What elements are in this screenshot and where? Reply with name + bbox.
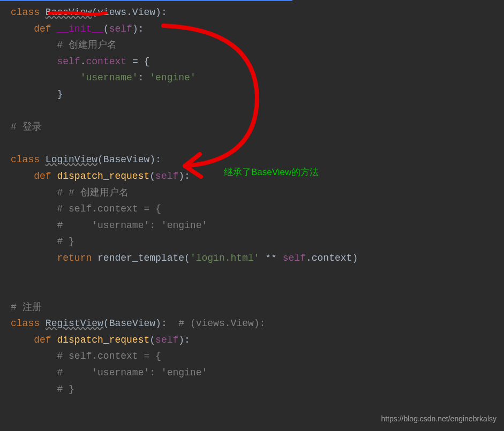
punct: ):: [132, 24, 144, 34]
dot: .: [306, 253, 312, 263]
code-line: # 注册: [11, 299, 504, 316]
self-ref: self: [57, 56, 80, 67]
code-line: class BaseView(views.View):: [11, 4, 504, 21]
op: = {: [126, 56, 149, 67]
punct: ): [352, 253, 358, 263]
space: [92, 253, 97, 263]
punct: ):: [178, 335, 190, 345]
indent: [11, 89, 57, 100]
code-line: # 创建用户名: [11, 37, 504, 54]
punct: (: [149, 171, 155, 182]
indent: [11, 351, 57, 361]
code-line: # self.context = {: [11, 348, 504, 365]
comment: # # 创建用户名: [57, 187, 128, 198]
class-name: BaseView: [46, 7, 92, 18]
indent: [11, 24, 34, 34]
punct: ):: [155, 7, 167, 18]
comment: # self.context = {: [57, 203, 161, 214]
param-self: self: [155, 171, 178, 182]
punct: ):: [178, 171, 190, 182]
code-line: def dispatch_request(self):: [11, 332, 504, 349]
punct: (: [103, 318, 109, 329]
func-name: dispatch_request: [57, 335, 149, 345]
func-name: dispatch_request: [57, 171, 149, 182]
space: [51, 171, 57, 182]
string: 'username': [80, 72, 138, 83]
param-self: self: [155, 335, 178, 345]
param-self: self: [109, 24, 132, 34]
magic-method: __init__: [57, 24, 103, 34]
self-ref: self: [283, 253, 306, 263]
attr: context: [86, 56, 126, 67]
code-line: # 'username': 'engine': [11, 217, 504, 234]
op: **: [260, 253, 283, 263]
code-line: def __init__(self):: [11, 21, 504, 37]
annotation-text: 继承了BaseView的方法: [224, 165, 319, 180]
keyword-def: def: [34, 24, 51, 34]
indent: [11, 203, 57, 214]
indent: [11, 220, 57, 231]
code-line: # }: [11, 233, 504, 250]
blank-line: [11, 267, 504, 283]
indent: [11, 187, 57, 198]
indent: [11, 40, 57, 50]
blank-line: [11, 103, 504, 119]
code-editor[interactable]: class BaseView(views.View): def __init__…: [0, 0, 504, 397]
code-line: # 'username': 'engine': [11, 365, 504, 381]
colon: :: [138, 72, 150, 83]
punct: ):: [155, 318, 167, 329]
punct: (: [103, 24, 109, 34]
code-line: return render_template('login.html' ** s…: [11, 250, 504, 267]
indent: [11, 56, 57, 67]
class-name: LoginView: [46, 154, 97, 165]
func-call: render_template: [97, 253, 184, 263]
code-line: # self.context = {: [11, 201, 504, 217]
code-line: # 登录: [11, 119, 504, 135]
class-name: RegistView: [46, 318, 103, 329]
comment: # 注册: [11, 302, 42, 313]
code-line: self.context = {: [11, 54, 504, 70]
comment: # }: [57, 384, 74, 395]
blank-line: [11, 135, 504, 152]
comment: # (views.View):: [167, 318, 266, 329]
comment: # self.context = {: [57, 351, 161, 361]
code-line: 'username': 'engine': [11, 70, 504, 86]
code-line: # # 创建用户名: [11, 185, 504, 201]
indent: [11, 335, 34, 345]
indent: [11, 253, 57, 263]
keyword-class: class: [11, 7, 40, 18]
string: 'login.html': [190, 253, 260, 263]
indent: [11, 171, 34, 182]
indent: [11, 236, 57, 247]
punct: (: [97, 154, 103, 165]
space: [51, 335, 57, 345]
base-class: views.View: [97, 7, 155, 18]
space: [51, 24, 57, 34]
keyword-def: def: [34, 171, 51, 182]
punct: (: [92, 7, 97, 18]
keyword-def: def: [34, 335, 51, 345]
dot: .: [80, 56, 86, 67]
base-class: BaseView: [103, 154, 149, 165]
comment: # 登录: [11, 122, 42, 132]
code-line: class RegistView(BaseView): # (views.Vie…: [11, 315, 504, 332]
keyword-class: class: [11, 154, 40, 165]
comment: # 'username': 'engine': [57, 220, 207, 231]
punct: (: [149, 335, 155, 345]
brace: }: [57, 89, 63, 100]
keyword-return: return: [57, 253, 92, 263]
keyword-class: class: [11, 318, 40, 329]
watermark: https://blog.csdn.net/enginebrkalsy: [381, 413, 497, 426]
indent: [11, 72, 80, 83]
punct: ):: [149, 154, 161, 165]
indent: [11, 367, 57, 378]
comment: # 创建用户名: [57, 40, 117, 50]
comment: # 'username': 'engine': [57, 367, 207, 378]
code-line: # }: [11, 381, 504, 398]
punct: (: [184, 253, 190, 263]
blank-line: [11, 283, 504, 299]
attr: context: [312, 253, 352, 263]
comment: # }: [57, 236, 74, 247]
base-class: BaseView: [109, 318, 155, 329]
string: 'engine': [149, 72, 195, 83]
